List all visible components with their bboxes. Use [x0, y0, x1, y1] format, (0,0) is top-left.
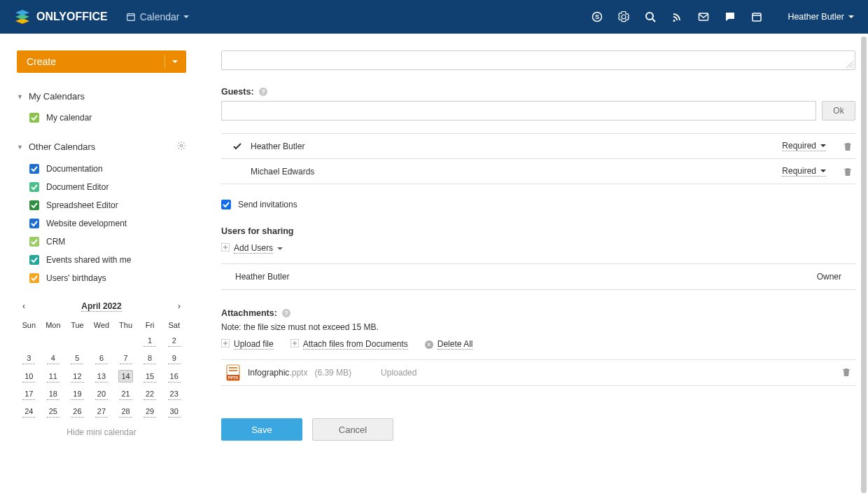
ok-button[interactable]: Ok — [822, 101, 855, 120]
mini-cal-day[interactable]: 13 — [95, 371, 108, 383]
sidebar-item[interactable]: Website development — [17, 214, 186, 233]
mini-cal-dow: Wed — [90, 318, 114, 332]
mini-cal-day[interactable]: 21 — [119, 388, 132, 400]
mini-cal-day[interactable]: 3 — [22, 352, 35, 364]
checkbox-icon[interactable] — [29, 273, 39, 283]
chevron-down-icon — [183, 15, 189, 18]
mini-cal-day[interactable]: 9 — [168, 352, 181, 364]
mini-cal-dow: Thu — [113, 318, 138, 332]
other-calendars-head[interactable]: ▼ Other Calendars — [17, 138, 186, 156]
mini-cal-day[interactable]: 19 — [71, 388, 83, 400]
checkbox-icon[interactable] — [29, 200, 39, 210]
remove-guest-button[interactable] — [843, 167, 853, 177]
chevron-down-icon — [277, 247, 283, 250]
mail-icon[interactable] — [698, 11, 709, 22]
mini-cal-day[interactable]: 16 — [168, 371, 181, 383]
other-calendars-label: Other Calendars — [29, 142, 95, 152]
upload-file-button[interactable]: Upload file — [221, 339, 274, 350]
brand-logo[interactable]: ONLYOFFICE — [14, 8, 108, 25]
checkbox-icon[interactable] — [29, 219, 39, 228]
guests-input[interactable] — [221, 101, 816, 120]
mini-cal-day[interactable]: 8 — [144, 352, 156, 364]
mini-cal-day[interactable]: 29 — [144, 406, 156, 418]
help-icon[interactable]: ? — [258, 87, 268, 97]
mini-cal-day[interactable]: 5 — [71, 352, 83, 364]
mini-cal-day[interactable]: 22 — [144, 388, 156, 400]
file-name[interactable]: Infographic.pptx — [248, 368, 307, 378]
svg-line-10 — [652, 19, 655, 22]
mini-cal-day[interactable]: 24 — [22, 406, 35, 418]
remove-guest-button[interactable] — [843, 142, 853, 151]
scrollbar[interactable] — [861, 36, 867, 493]
chat-icon[interactable] — [724, 11, 736, 22]
mini-cal-day[interactable]: 25 — [47, 406, 59, 418]
pptx-file-icon: PPTX — [225, 364, 241, 381]
sidebar-item[interactable]: Users' birthdays — [17, 269, 186, 287]
sidebar-item[interactable]: Events shared with me — [17, 251, 186, 269]
cancel-button[interactable]: Cancel — [312, 418, 393, 441]
create-button[interactable]: Create — [17, 50, 186, 73]
my-calendars-head[interactable]: ▼ My Calendars — [17, 88, 186, 104]
checkbox-icon[interactable] — [29, 237, 39, 247]
feed-icon[interactable] — [671, 11, 682, 22]
checkbox-checked-icon[interactable] — [221, 200, 231, 209]
gear-icon[interactable] — [176, 141, 186, 153]
guest-requirement-dropdown[interactable]: Required — [782, 166, 826, 177]
help-icon[interactable]: ? — [281, 308, 291, 318]
mini-cal-day[interactable]: 11 — [47, 371, 59, 383]
save-button[interactable]: Save — [221, 418, 302, 441]
sidebar-item[interactable]: Documentation — [17, 160, 186, 178]
app-switcher[interactable]: Calendar — [126, 11, 190, 22]
resize-handle-icon[interactable] — [846, 61, 853, 68]
mini-cal-day[interactable]: 20 — [95, 388, 108, 400]
attach-from-documents-button[interactable]: Attach files from Documents — [290, 339, 408, 350]
guest-row: Michael EdwardsRequired — [221, 159, 855, 184]
mini-cal-title[interactable]: April 2022 — [81, 301, 121, 312]
mini-cal-day[interactable]: 1 — [144, 335, 156, 347]
attachment-row: PPTX Infographic.pptx (6.39 MB) Uploaded — [221, 359, 855, 386]
form-actions: Save Cancel — [221, 418, 855, 441]
sidebar-item[interactable]: Spreadsheet Editor — [17, 196, 186, 214]
search-icon[interactable] — [645, 11, 656, 22]
sidebar-item-label: My calendar — [46, 113, 92, 123]
mini-cal-day[interactable]: 15 — [144, 371, 156, 383]
mini-cal-day[interactable]: 7 — [120, 352, 132, 364]
checkbox-icon[interactable] — [29, 255, 39, 265]
logo-icon — [14, 8, 31, 25]
mini-cal-day[interactable]: 23 — [168, 388, 181, 400]
mini-cal-day[interactable]: 4 — [47, 352, 59, 364]
next-month-button[interactable]: › — [175, 300, 183, 312]
mini-cal-day[interactable]: 28 — [119, 406, 132, 418]
send-invitations-row[interactable]: Send invitations — [221, 200, 855, 209]
checkbox-icon[interactable] — [29, 182, 39, 192]
sidebar: Create ▼ My Calendars My calendar ▼ Othe… — [0, 34, 199, 496]
sidebar-item-label: Website development — [46, 219, 127, 228]
mini-cal-day[interactable]: 12 — [71, 371, 83, 383]
mini-cal-day[interactable]: 10 — [22, 371, 35, 383]
sidebar-item[interactable]: CRM — [17, 233, 186, 251]
prev-month-button[interactable]: ‹ — [20, 300, 28, 312]
mini-cal-dow: Sun — [17, 318, 41, 332]
present-icon[interactable]: S — [592, 11, 603, 22]
hide-mini-cal-link[interactable]: Hide mini calendar — [17, 427, 186, 437]
add-users-button[interactable]: Add Users — [221, 243, 855, 254]
mini-cal-day[interactable]: 2 — [168, 335, 181, 347]
checkbox-icon[interactable] — [29, 164, 39, 174]
mini-cal-day[interactable]: 18 — [47, 388, 59, 400]
gear-icon[interactable] — [618, 11, 629, 22]
mini-cal-day[interactable]: 26 — [71, 406, 83, 418]
description-textarea[interactable] — [221, 50, 855, 70]
guest-requirement-dropdown[interactable]: Required — [782, 141, 826, 151]
sidebar-item[interactable]: Document Editor — [17, 178, 186, 196]
mini-cal-day[interactable]: 14 — [118, 370, 132, 383]
sidebar-item[interactable]: My calendar — [17, 109, 186, 127]
mini-cal-day[interactable]: 6 — [95, 352, 108, 364]
user-menu[interactable]: Heather Butler — [788, 12, 854, 22]
mini-cal-day[interactable]: 27 — [95, 406, 108, 418]
mini-cal-day[interactable]: 30 — [168, 406, 181, 418]
calendar-header-icon[interactable] — [751, 11, 762, 22]
checkbox-icon[interactable] — [29, 113, 39, 123]
delete-all-button[interactable]: ✕ Delete All — [425, 339, 473, 350]
mini-cal-day[interactable]: 17 — [22, 388, 35, 400]
delete-attachment-button[interactable] — [841, 367, 851, 379]
